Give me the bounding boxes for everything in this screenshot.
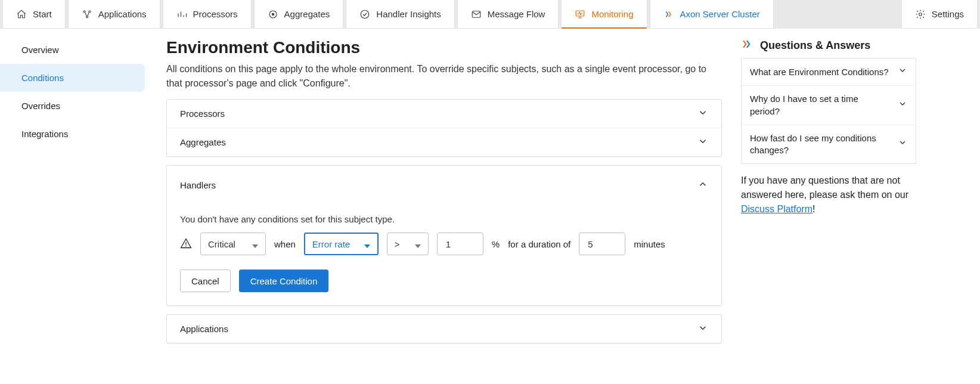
- tab-axon-server-cluster[interactable]: Axon Server Cluster: [650, 0, 774, 29]
- home-icon: [16, 9, 27, 20]
- monitoring-icon: [575, 9, 585, 20]
- chevron-down-icon: [898, 138, 907, 150]
- sidebar-item-overview[interactable]: Overview: [0, 36, 152, 64]
- sidebar-item-conditions[interactable]: Conditions: [0, 64, 145, 92]
- svg-point-9: [185, 246, 187, 247]
- alert-icon: [180, 237, 192, 251]
- text-minutes: minutes: [634, 239, 665, 249]
- tab-applications[interactable]: Applications: [68, 0, 160, 29]
- faq-question: What are Environment Conditions?: [750, 66, 889, 78]
- qa-title: Questions & Answers: [741, 38, 916, 53]
- apps-icon: [82, 9, 92, 20]
- chevron-down-icon: [697, 323, 708, 335]
- text-duration-label: for a duration of: [508, 239, 570, 249]
- section-handlers-header[interactable]: Handlers: [167, 166, 721, 205]
- nav-spacer: [776, 0, 899, 29]
- faq-question: Why do I have to set a time period?: [750, 93, 889, 117]
- qa-note-post: !: [812, 204, 815, 214]
- page-shell: Overview Conditions Overrides Integratio…: [0, 29, 980, 384]
- tab-label: Monitoring: [591, 9, 633, 19]
- chevron-down-icon: [898, 99, 907, 112]
- metric-select[interactable]: Error rate: [304, 233, 379, 255]
- tab-processors[interactable]: Processors: [163, 0, 252, 29]
- tab-label: Handler Insights: [376, 9, 441, 19]
- card-applications: Applications: [166, 314, 722, 343]
- sidebar-item-integrations[interactable]: Integrations: [0, 120, 152, 148]
- cluster-icon: [663, 9, 674, 20]
- section-title: Processors: [180, 109, 225, 119]
- processors-icon: [176, 9, 187, 20]
- operator-select[interactable]: >: [387, 233, 429, 255]
- card-proc-agg: Processors Aggregates: [166, 99, 722, 157]
- faq-item[interactable]: What are Environment Conditions?: [742, 58, 916, 85]
- sidebar-item-overrides[interactable]: Overrides: [0, 92, 152, 120]
- page-title: Environment Conditions: [166, 38, 722, 57]
- handlers-actions: Cancel Create Condition: [180, 270, 708, 292]
- condition-builder: Critical when Error rate >: [180, 233, 708, 255]
- threshold-input[interactable]: [445, 239, 480, 250]
- text-pct: %: [492, 239, 500, 249]
- tab-message-flow[interactable]: Message Flow: [457, 0, 559, 29]
- qa-note-pre: If you have any questions that are not a…: [741, 175, 908, 200]
- metric-value: Error rate: [312, 239, 350, 249]
- create-condition-button[interactable]: Create Condition: [239, 270, 329, 292]
- svg-point-0: [83, 11, 85, 13]
- chevron-down-icon: [697, 107, 708, 120]
- insights-icon: [359, 9, 370, 20]
- severity-select[interactable]: Critical: [200, 233, 266, 255]
- page-lead: All conditions on this page apply to the…: [166, 62, 722, 91]
- duration-input[interactable]: [587, 239, 622, 250]
- chevron-up-icon: [697, 179, 708, 191]
- svg-point-5: [361, 10, 370, 18]
- gear-icon: [915, 9, 926, 20]
- tab-label: Axon Server Cluster: [680, 9, 760, 19]
- threshold-input-wrap: [437, 233, 483, 255]
- svg-point-8: [919, 13, 922, 16]
- faq-list: What are Environment Conditions? Why do …: [741, 58, 916, 164]
- section-title: Handlers: [180, 180, 216, 190]
- qa-title-text: Questions & Answers: [760, 39, 870, 52]
- aggregates-icon: [268, 9, 278, 20]
- faq-item[interactable]: Why do I have to set a time period?: [742, 85, 916, 125]
- chevron-down-icon: [898, 66, 907, 78]
- tab-start[interactable]: Start: [2, 0, 66, 29]
- caret-down-icon: [415, 241, 421, 247]
- caret-down-icon: [364, 241, 370, 247]
- tab-label: Aggregates: [284, 9, 330, 19]
- section-aggregates[interactable]: Aggregates: [167, 128, 721, 156]
- tab-monitoring[interactable]: Monitoring: [561, 0, 647, 29]
- tab-handler-insights[interactable]: Handler Insights: [346, 0, 454, 29]
- qa-note: If you have any questions that are not a…: [741, 174, 916, 216]
- tab-label: Processors: [193, 9, 238, 19]
- qa-icon: [741, 38, 753, 53]
- severity-value: Critical: [208, 239, 235, 249]
- sidebar: Overview Conditions Overrides Integratio…: [0, 29, 152, 384]
- section-applications[interactable]: Applications: [167, 315, 721, 343]
- handlers-body: You don't have any conditions set for th…: [167, 205, 721, 305]
- svg-point-1: [89, 11, 91, 13]
- tab-label: Settings: [932, 9, 964, 19]
- qa-rail: Questions & Answers What are Environment…: [736, 29, 927, 384]
- duration-input-wrap: [579, 233, 625, 255]
- faq-item[interactable]: How fast do I see my conditions changes?: [742, 125, 916, 164]
- tab-settings[interactable]: Settings: [901, 0, 978, 29]
- faq-question: How fast do I see my conditions changes?: [750, 132, 889, 157]
- section-title: Applications: [180, 324, 228, 334]
- section-title: Aggregates: [180, 137, 226, 147]
- tab-label: Start: [33, 9, 52, 19]
- chevron-down-icon: [697, 136, 708, 148]
- section-processors[interactable]: Processors: [167, 100, 721, 128]
- tab-aggregates[interactable]: Aggregates: [254, 0, 344, 29]
- svg-point-2: [86, 16, 88, 18]
- tab-label: Applications: [98, 9, 147, 19]
- discuss-platform-link[interactable]: Discuss Platform: [741, 204, 812, 214]
- tab-label: Message Flow: [488, 9, 545, 19]
- caret-down-icon: [252, 241, 258, 247]
- cancel-button[interactable]: Cancel: [180, 270, 231, 292]
- operator-value: >: [395, 239, 400, 249]
- card-handlers: Handlers You don't have any conditions s…: [166, 165, 722, 306]
- svg-point-4: [271, 13, 274, 16]
- handlers-empty: You don't have any conditions set for th…: [180, 214, 708, 224]
- main-content: Environment Conditions All conditions on…: [152, 29, 736, 384]
- message-flow-icon: [471, 9, 482, 20]
